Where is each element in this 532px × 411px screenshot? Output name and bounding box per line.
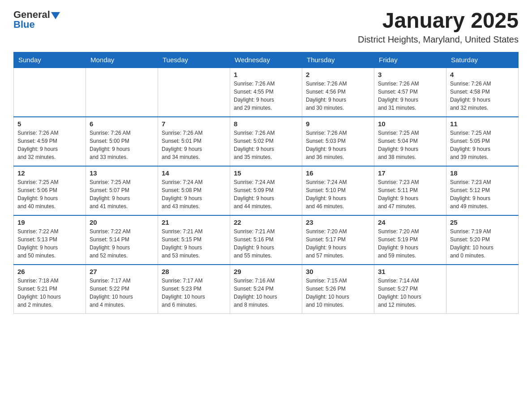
day-number: 9 [306,120,370,128]
day-info: Sunrise: 7:26 AM Sunset: 4:55 PM Dayligh… [234,80,298,112]
calendar-cell [158,68,230,117]
day-number: 30 [306,268,370,275]
calendar-header-row: SundayMondayTuesdayWednesdayThursdayFrid… [14,52,519,68]
day-header-wednesday: Wednesday [230,52,302,68]
day-number: 18 [450,169,515,177]
calendar-cell: 1Sunrise: 7:26 AM Sunset: 4:55 PM Daylig… [230,68,302,117]
location-title: District Heights, Maryland, United State… [358,34,519,45]
day-number: 31 [378,268,442,275]
calendar-cell: 17Sunrise: 7:23 AM Sunset: 5:11 PM Dayli… [374,166,446,215]
header-area: General Blue January 2025 District Heigh… [13,9,519,45]
calendar-cell: 9Sunrise: 7:26 AM Sunset: 5:03 PM Daylig… [302,117,374,166]
calendar-cell: 2Sunrise: 7:26 AM Sunset: 4:56 PM Daylig… [302,68,374,117]
day-number: 24 [378,218,442,226]
day-info: Sunrise: 7:26 AM Sunset: 4:59 PM Dayligh… [17,129,82,161]
calendar-cell: 3Sunrise: 7:26 AM Sunset: 4:57 PM Daylig… [374,68,446,117]
calendar-cell [14,68,86,117]
day-info: Sunrise: 7:26 AM Sunset: 4:56 PM Dayligh… [306,80,370,112]
day-info: Sunrise: 7:26 AM Sunset: 5:00 PM Dayligh… [90,129,154,161]
day-number: 23 [306,218,370,226]
day-number: 4 [450,71,515,78]
day-number: 19 [17,218,82,226]
day-info: Sunrise: 7:15 AM Sunset: 5:26 PM Dayligh… [306,277,370,309]
day-number: 13 [90,169,154,177]
day-info: Sunrise: 7:19 AM Sunset: 5:20 PM Dayligh… [450,227,515,260]
calendar-cell: 31Sunrise: 7:14 AM Sunset: 5:27 PM Dayli… [374,265,446,314]
calendar-cell: 23Sunrise: 7:20 AM Sunset: 5:17 PM Dayli… [302,215,374,265]
calendar-cell: 22Sunrise: 7:21 AM Sunset: 5:16 PM Dayli… [230,215,302,265]
day-info: Sunrise: 7:25 AM Sunset: 5:04 PM Dayligh… [378,129,442,161]
calendar-table: SundayMondayTuesdayWednesdayThursdayFrid… [13,52,519,314]
day-number: 14 [162,169,226,177]
day-number: 22 [234,218,298,226]
calendar-week-row: 1Sunrise: 7:26 AM Sunset: 4:55 PM Daylig… [14,68,519,117]
calendar-cell: 29Sunrise: 7:16 AM Sunset: 5:24 PM Dayli… [230,265,302,314]
day-header-tuesday: Tuesday [158,52,230,68]
day-info: Sunrise: 7:25 AM Sunset: 5:07 PM Dayligh… [90,178,154,210]
calendar-cell: 4Sunrise: 7:26 AM Sunset: 4:58 PM Daylig… [446,68,519,117]
day-info: Sunrise: 7:20 AM Sunset: 5:19 PM Dayligh… [378,227,442,260]
calendar-cell: 8Sunrise: 7:26 AM Sunset: 5:02 PM Daylig… [230,117,302,166]
day-info: Sunrise: 7:26 AM Sunset: 4:57 PM Dayligh… [378,80,442,112]
day-info: Sunrise: 7:23 AM Sunset: 5:12 PM Dayligh… [450,178,515,210]
day-number: 15 [234,169,298,177]
logo-triangle-icon [51,12,60,19]
calendar-cell: 26Sunrise: 7:18 AM Sunset: 5:21 PM Dayli… [14,265,86,314]
calendar-cell: 27Sunrise: 7:17 AM Sunset: 5:22 PM Dayli… [86,265,158,314]
calendar-cell: 13Sunrise: 7:25 AM Sunset: 5:07 PM Dayli… [86,166,158,215]
calendar-week-row: 26Sunrise: 7:18 AM Sunset: 5:21 PM Dayli… [14,265,519,314]
day-info: Sunrise: 7:18 AM Sunset: 5:21 PM Dayligh… [17,277,82,309]
day-number: 1 [234,71,298,78]
calendar-cell [446,265,519,314]
title-area: January 2025 District Heights, Maryland,… [358,9,519,45]
day-info: Sunrise: 7:25 AM Sunset: 5:06 PM Dayligh… [17,178,82,210]
day-number: 7 [162,120,226,128]
calendar-cell: 21Sunrise: 7:21 AM Sunset: 5:15 PM Dayli… [158,215,230,265]
day-number: 12 [17,169,82,177]
calendar-cell: 11Sunrise: 7:25 AM Sunset: 5:05 PM Dayli… [446,117,519,166]
day-number: 29 [234,268,298,275]
day-info: Sunrise: 7:24 AM Sunset: 5:10 PM Dayligh… [306,178,370,210]
calendar-week-row: 12Sunrise: 7:25 AM Sunset: 5:06 PM Dayli… [14,166,519,215]
day-number: 16 [306,169,370,177]
logo: General Blue [13,9,60,30]
logo-text-blue: Blue [13,19,35,30]
calendar-cell: 20Sunrise: 7:22 AM Sunset: 5:14 PM Dayli… [86,215,158,265]
day-number: 5 [17,120,82,128]
day-number: 17 [378,169,442,177]
day-number: 8 [234,120,298,128]
day-info: Sunrise: 7:26 AM Sunset: 5:01 PM Dayligh… [162,129,226,161]
calendar-cell: 24Sunrise: 7:20 AM Sunset: 5:19 PM Dayli… [374,215,446,265]
day-info: Sunrise: 7:26 AM Sunset: 5:03 PM Dayligh… [306,129,370,161]
day-info: Sunrise: 7:17 AM Sunset: 5:23 PM Dayligh… [162,277,226,309]
day-header-saturday: Saturday [446,52,519,68]
calendar-cell: 30Sunrise: 7:15 AM Sunset: 5:26 PM Dayli… [302,265,374,314]
day-info: Sunrise: 7:26 AM Sunset: 4:58 PM Dayligh… [450,80,515,112]
day-header-monday: Monday [86,52,158,68]
calendar-cell: 28Sunrise: 7:17 AM Sunset: 5:23 PM Dayli… [158,265,230,314]
day-number: 25 [450,218,515,226]
day-number: 3 [378,71,442,78]
calendar-cell: 7Sunrise: 7:26 AM Sunset: 5:01 PM Daylig… [158,117,230,166]
day-info: Sunrise: 7:25 AM Sunset: 5:05 PM Dayligh… [450,129,515,161]
day-info: Sunrise: 7:14 AM Sunset: 5:27 PM Dayligh… [378,277,442,309]
day-info: Sunrise: 7:26 AM Sunset: 5:02 PM Dayligh… [234,129,298,161]
month-title: January 2025 [358,9,519,33]
calendar-cell: 15Sunrise: 7:24 AM Sunset: 5:09 PM Dayli… [230,166,302,215]
calendar-cell: 10Sunrise: 7:25 AM Sunset: 5:04 PM Dayli… [374,117,446,166]
calendar-week-row: 19Sunrise: 7:22 AM Sunset: 5:13 PM Dayli… [14,215,519,265]
calendar-cell: 19Sunrise: 7:22 AM Sunset: 5:13 PM Dayli… [14,215,86,265]
calendar-cell: 6Sunrise: 7:26 AM Sunset: 5:00 PM Daylig… [86,117,158,166]
calendar-cell: 12Sunrise: 7:25 AM Sunset: 5:06 PM Dayli… [14,166,86,215]
day-info: Sunrise: 7:24 AM Sunset: 5:09 PM Dayligh… [234,178,298,210]
calendar-cell: 16Sunrise: 7:24 AM Sunset: 5:10 PM Dayli… [302,166,374,215]
day-number: 27 [90,268,154,275]
calendar-cell: 14Sunrise: 7:24 AM Sunset: 5:08 PM Dayli… [158,166,230,215]
day-info: Sunrise: 7:23 AM Sunset: 5:11 PM Dayligh… [378,178,442,210]
day-info: Sunrise: 7:24 AM Sunset: 5:08 PM Dayligh… [162,178,226,210]
day-number: 21 [162,218,226,226]
day-number: 26 [17,268,82,275]
calendar-week-row: 5Sunrise: 7:26 AM Sunset: 4:59 PM Daylig… [14,117,519,166]
day-header-thursday: Thursday [302,52,374,68]
day-number: 10 [378,120,442,128]
